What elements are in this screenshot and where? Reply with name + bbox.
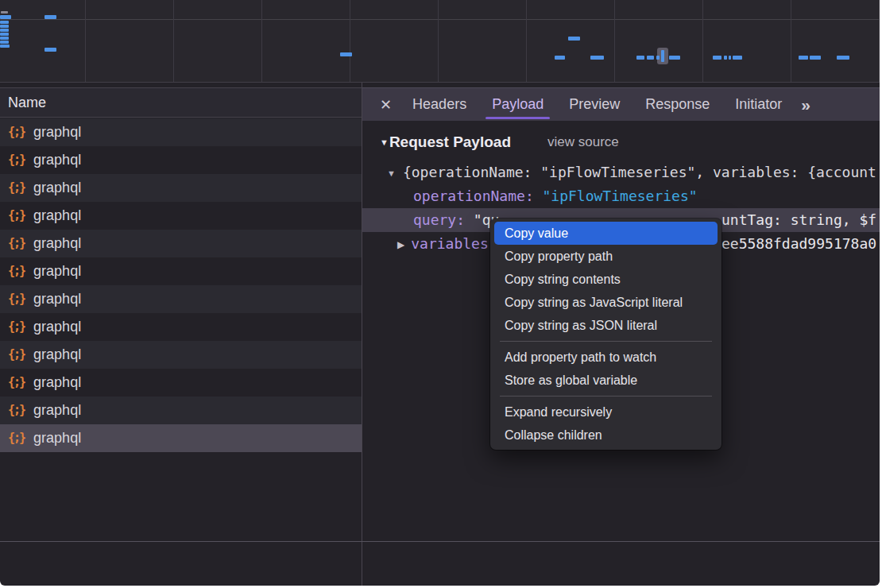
property-value-right-fragment: ee5588fdad995178a0 xyxy=(721,232,876,256)
network-request-bar xyxy=(0,44,10,48)
panel-vertical-divider[interactable] xyxy=(362,83,362,586)
json-braces-icon: {;} xyxy=(8,375,25,389)
network-request-bar xyxy=(724,56,727,60)
request-name-label: graphql xyxy=(33,207,81,224)
request-row[interactable]: {;}graphql xyxy=(0,202,362,230)
tab-headers[interactable]: Headers xyxy=(400,88,479,121)
network-overview-timeline[interactable] xyxy=(0,0,880,83)
menu-separator xyxy=(500,396,712,397)
network-request-bar xyxy=(733,56,742,60)
request-row[interactable]: {;}graphql xyxy=(0,369,362,397)
timeline-vertical-gridline xyxy=(438,0,439,82)
request-row[interactable]: {;}graphql xyxy=(0,424,362,452)
tab-label: Payload xyxy=(492,96,544,113)
request-name-label: graphql xyxy=(33,291,81,308)
menu-item-store-as-global-variable[interactable]: Store as global variable xyxy=(494,369,718,392)
request-row[interactable]: {;}graphql xyxy=(0,397,362,424)
section-title: Request Payload xyxy=(389,133,511,151)
payload-operationname-row[interactable]: operationName:"ipFlowTimeseries" xyxy=(362,184,880,208)
payload-root-row[interactable]: ▼{operationName: "ipFlowTimeseries", var… xyxy=(362,161,880,184)
request-name-label: graphql xyxy=(33,346,81,363)
request-payload-section-header[interactable]: ▼ Request Payload view source xyxy=(362,130,880,154)
network-request-bar xyxy=(44,15,56,19)
tab-payload[interactable]: Payload xyxy=(479,88,556,121)
timeline-vertical-gridline xyxy=(85,0,86,82)
network-request-bar xyxy=(0,15,11,19)
request-name-label: graphql xyxy=(33,180,81,196)
menu-separator xyxy=(500,341,712,342)
panel-horizontal-divider xyxy=(0,541,880,542)
tab-preview[interactable]: Preview xyxy=(556,88,632,121)
timeline-vertical-gridline xyxy=(173,0,174,82)
network-request-bar xyxy=(799,56,808,60)
close-icon[interactable]: ✕ xyxy=(380,96,392,114)
network-request-bar xyxy=(729,56,731,60)
timeline-marker-bar xyxy=(661,50,664,62)
request-row[interactable]: {;}graphql xyxy=(0,313,362,341)
network-request-bar xyxy=(568,37,580,41)
collapse-triangle-icon[interactable]: ▼ xyxy=(380,137,389,147)
selected-tab-underline xyxy=(485,117,550,119)
menu-item-copy-value[interactable]: Copy value xyxy=(494,222,718,245)
request-row[interactable]: {;}graphql xyxy=(0,341,362,369)
column-header-label: Name xyxy=(8,95,46,110)
tab-response[interactable]: Response xyxy=(632,88,722,121)
menu-item-copy-string-as-javascript-literal[interactable]: Copy string as JavaScript literal xyxy=(494,291,718,314)
tab-items: HeadersPayloadPreviewResponseInitiator xyxy=(400,88,795,121)
network-request-bar xyxy=(669,56,680,60)
json-braces-icon: {;} xyxy=(8,403,25,417)
request-name-label: graphql xyxy=(33,152,81,168)
json-braces-icon: {;} xyxy=(8,292,25,306)
json-braces-icon: {;} xyxy=(8,347,25,362)
network-request-bar xyxy=(555,56,565,60)
context-menu: Copy valueCopy property pathCopy string … xyxy=(490,219,721,450)
menu-item-copy-string-as-json-literal[interactable]: Copy string as JSON literal xyxy=(494,314,718,337)
tab-label: Response xyxy=(645,96,710,113)
property-key: variables xyxy=(411,235,489,252)
request-name-label: graphql xyxy=(33,374,81,391)
timeline-vertical-gridline xyxy=(350,0,350,82)
column-header-name[interactable]: Name xyxy=(0,87,362,118)
json-braces-icon: {;} xyxy=(8,153,25,167)
expand-triangle-icon[interactable]: ▼ xyxy=(387,168,396,178)
property-key: operationName: xyxy=(413,188,534,204)
json-braces-icon: {;} xyxy=(8,125,25,139)
payload-root-preview: {operationName: "ipFlowTimeseries", vari… xyxy=(403,164,876,180)
request-list: {;}graphql{;}graphql{;}graphql{;}graphql… xyxy=(0,118,362,452)
timeline-vertical-gridline xyxy=(526,0,527,82)
request-row[interactable]: {;}graphql xyxy=(0,174,362,202)
timeline-vertical-gridline xyxy=(614,0,615,82)
menu-item-collapse-children[interactable]: Collapse children xyxy=(494,424,718,447)
network-request-bar xyxy=(340,52,352,56)
timeline-vertical-gridline xyxy=(791,0,791,82)
expand-triangle-icon[interactable]: ▶ xyxy=(397,239,404,250)
request-row[interactable]: {;}graphql xyxy=(0,285,362,313)
network-request-bar xyxy=(1,11,8,14)
network-request-bar xyxy=(810,56,821,60)
request-row[interactable]: {;}graphql xyxy=(0,118,362,146)
json-braces-icon: {;} xyxy=(8,236,25,250)
menu-item-copy-string-contents[interactable]: Copy string contents xyxy=(494,268,718,291)
request-name-label: graphql xyxy=(33,124,81,141)
network-request-bar xyxy=(590,56,604,60)
network-request-bar xyxy=(837,56,849,60)
network-request-bar xyxy=(0,29,9,32)
more-tabs-icon[interactable]: » xyxy=(801,95,809,114)
tab-initiator[interactable]: Initiator xyxy=(722,88,795,121)
request-row[interactable]: {;}graphql xyxy=(0,230,362,257)
menu-item-copy-property-path[interactable]: Copy property path xyxy=(494,245,718,268)
json-braces-icon: {;} xyxy=(8,431,25,445)
network-request-bar xyxy=(647,56,654,60)
request-row[interactable]: {;}graphql xyxy=(0,257,362,285)
timeline-vertical-gridline xyxy=(261,0,262,82)
menu-item-add-property-path-to-watch[interactable]: Add property path to watch xyxy=(494,346,718,369)
tab-label: Preview xyxy=(569,96,620,113)
request-name-label: graphql xyxy=(33,263,81,280)
request-row[interactable]: {;}graphql xyxy=(0,146,362,174)
network-request-bar xyxy=(0,37,9,40)
network-request-bar xyxy=(44,48,56,52)
detail-tab-bar: ✕ HeadersPayloadPreviewResponseInitiator… xyxy=(362,87,880,121)
menu-item-expand-recursively[interactable]: Expand recursively xyxy=(494,400,718,424)
network-request-bar xyxy=(0,41,9,44)
view-source-link[interactable]: view source xyxy=(547,134,619,150)
